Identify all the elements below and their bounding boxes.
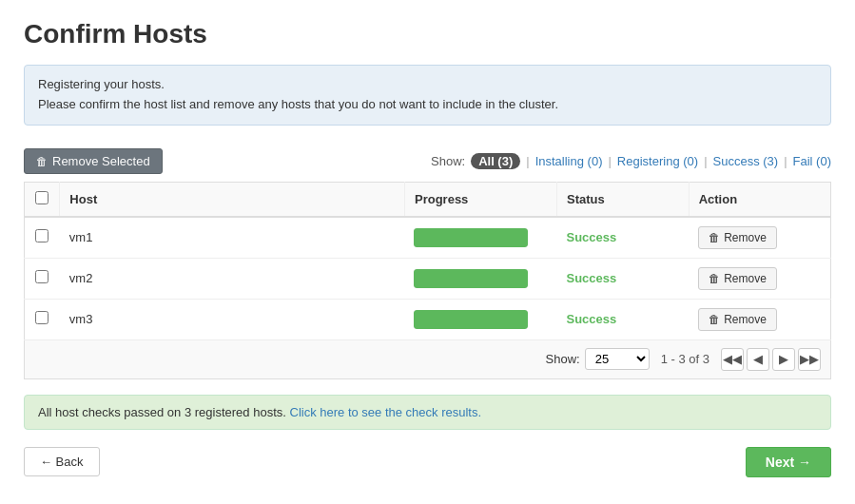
row-checkbox-cell xyxy=(25,217,60,259)
row-progress-vm1 xyxy=(404,217,556,259)
row-trash-icon xyxy=(709,313,720,326)
table-row: vm2 Success Remove xyxy=(25,258,831,299)
toolbar: Remove Selected Show: All (3) | Installi… xyxy=(24,141,831,182)
header-checkbox-cell xyxy=(25,182,60,217)
next-button[interactable]: Next → xyxy=(746,447,831,477)
table-row: vm1 Success Remove xyxy=(25,217,831,259)
table-row: vm3 Success Remove xyxy=(25,299,831,339)
info-line1: Registering your hosts. xyxy=(38,75,817,95)
filter-fail[interactable]: Fail (0) xyxy=(793,154,831,168)
row-host-vm1: vm1 xyxy=(60,217,405,259)
row-checkbox-vm2[interactable] xyxy=(35,270,49,283)
row-progress-vm2 xyxy=(404,258,556,299)
header-status: Status xyxy=(556,182,689,217)
row-trash-icon xyxy=(709,272,720,285)
progress-bar-wrap xyxy=(414,269,528,288)
row-status-vm2: Success xyxy=(556,258,689,299)
table-footer: Show: 10 25 50 100 1 - 3 of 3 ◀◀ ◀ ▶ ▶▶ xyxy=(24,340,831,379)
pagination-buttons: ◀◀ ◀ ▶ ▶▶ xyxy=(721,348,821,371)
remove-button-vm3[interactable]: Remove xyxy=(698,308,777,331)
next-page-button[interactable]: ▶ xyxy=(772,348,795,371)
check-results-link[interactable]: Click here to see the check results. xyxy=(290,405,482,419)
progress-bar-fill xyxy=(414,310,528,329)
select-all-checkbox[interactable] xyxy=(35,191,49,204)
filter-success[interactable]: Success (3) xyxy=(713,154,779,168)
trash-icon xyxy=(36,154,48,168)
bottom-buttons: ← Back Next → xyxy=(24,447,831,477)
row-trash-icon xyxy=(709,231,720,244)
back-button[interactable]: ← Back xyxy=(24,447,100,476)
header-host: Host xyxy=(60,182,405,217)
row-status-vm3: Success xyxy=(556,299,689,339)
per-page-select-wrap: Show: 10 25 50 100 xyxy=(546,348,650,370)
success-box: All host checks passed on 3 registered h… xyxy=(24,395,831,430)
hosts-table: Host Progress Status Action vm1 Success xyxy=(24,182,831,340)
info-line2: Please confirm the host list and remove … xyxy=(38,95,817,115)
page-title: Confirm Hosts xyxy=(24,19,831,49)
row-checkbox-cell xyxy=(25,299,60,339)
row-checkbox-vm1[interactable] xyxy=(35,229,49,242)
row-host-vm2: vm2 xyxy=(60,258,405,299)
show-label: Show: xyxy=(431,154,465,168)
row-checkbox-cell xyxy=(25,258,60,299)
last-page-button[interactable]: ▶▶ xyxy=(798,348,821,371)
progress-bar-wrap xyxy=(414,228,528,247)
info-box: Registering your hosts. Please confirm t… xyxy=(24,65,831,126)
table-header-row: Host Progress Status Action xyxy=(25,182,831,217)
row-action-vm3: Remove xyxy=(689,299,830,339)
pagination-info: 1 - 3 of 3 xyxy=(661,352,709,366)
prev-page-button[interactable]: ◀ xyxy=(747,348,769,371)
progress-bar-wrap xyxy=(414,310,528,329)
remove-selected-button[interactable]: Remove Selected xyxy=(24,148,163,174)
row-action-vm2: Remove xyxy=(689,258,830,299)
per-page-select[interactable]: 10 25 50 100 xyxy=(585,348,650,370)
row-checkbox-vm3[interactable] xyxy=(35,311,49,324)
filter-registering[interactable]: Registering (0) xyxy=(617,154,698,168)
success-text: All host checks passed on 3 registered h… xyxy=(38,405,286,419)
header-progress: Progress xyxy=(404,182,556,217)
filter-all[interactable]: All (3) xyxy=(471,153,520,169)
show-filter: Show: All (3) | Installing (0) | Registe… xyxy=(431,153,831,169)
row-host-vm3: vm3 xyxy=(60,299,405,339)
first-page-button[interactable]: ◀◀ xyxy=(721,348,744,371)
row-status-vm1: Success xyxy=(556,217,689,259)
remove-button-vm1[interactable]: Remove xyxy=(698,226,777,249)
header-action: Action xyxy=(689,182,830,217)
row-progress-vm3 xyxy=(404,299,556,339)
progress-bar-fill xyxy=(414,228,528,247)
show-per-page-label: Show: xyxy=(546,352,580,366)
progress-bar-fill xyxy=(414,269,528,288)
remove-button-vm2[interactable]: Remove xyxy=(698,267,777,290)
filter-installing[interactable]: Installing (0) xyxy=(535,154,603,168)
row-action-vm1: Remove xyxy=(689,217,830,259)
